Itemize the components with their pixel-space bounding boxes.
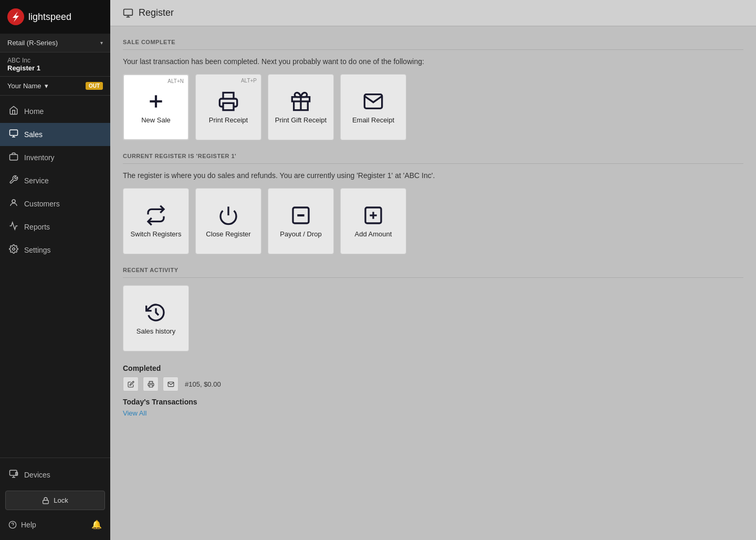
- bell-icon[interactable]: 🔔: [91, 520, 102, 529]
- register-name: Register 1: [7, 64, 103, 72]
- close-register-card[interactable]: Close Register: [195, 188, 261, 254]
- devices-icon: [8, 469, 19, 481]
- email-transaction-button[interactable]: [163, 377, 178, 391]
- transaction-info: #105, $0.00: [185, 380, 221, 388]
- svg-rect-9: [43, 500, 49, 503]
- sidebar-bottom: Devices Lock Help 🔔: [0, 458, 110, 540]
- sidebar-item-devices[interactable]: Devices: [0, 463, 110, 486]
- new-sale-label: New Sale: [141, 116, 171, 124]
- email-receipt-label: Email Receipt: [352, 116, 394, 124]
- help-label: Help: [21, 521, 36, 529]
- sidebar: lightspeed Retail (R-Series) ▾ ABC Inc R…: [0, 0, 110, 540]
- recent-activity-actions: Sales history: [123, 285, 743, 351]
- help-area: Help 🔔: [0, 514, 110, 535]
- lock-button[interactable]: Lock: [5, 491, 105, 510]
- email-txn-icon: [167, 381, 174, 388]
- svg-rect-26: [149, 385, 153, 387]
- history-icon: [145, 302, 166, 323]
- nav-menu: Home Sales Inventory: [0, 96, 110, 458]
- edit-icon: [128, 381, 134, 388]
- add-amount-card[interactable]: Add Amount: [340, 188, 406, 254]
- new-sale-shortcut: ALT+N: [167, 78, 184, 84]
- add-amount-label: Add Amount: [355, 230, 392, 238]
- user-name-text: Your Name: [7, 82, 41, 90]
- user-area: Your Name ▾ OUT: [0, 77, 110, 96]
- logo-area: lightspeed: [0, 0, 110, 34]
- current-register-actions: Switch Registers Close Register Payout /…: [123, 188, 743, 254]
- print-receipt-label: Print Receipt: [209, 116, 248, 124]
- lock-icon: [42, 497, 49, 504]
- sidebar-item-service[interactable]: Service: [0, 169, 110, 192]
- current-register-desc: The register is where you do sales and r…: [123, 171, 743, 180]
- sale-complete-header: SALE COMPLETE: [123, 39, 743, 50]
- edit-transaction-button[interactable]: [123, 377, 139, 391]
- sale-complete-desc: Your last transaction has been completed…: [123, 57, 743, 66]
- print-txn-icon: [148, 381, 154, 388]
- switch-registers-card[interactable]: Switch Registers: [123, 188, 189, 254]
- content-area: SALE COMPLETE Your last transaction has …: [110, 26, 756, 443]
- user-chevron-icon: ▾: [45, 82, 48, 90]
- print-receipt-card[interactable]: ALT+P Print Receipt: [195, 74, 261, 140]
- sidebar-item-home[interactable]: Home: [0, 100, 110, 123]
- lock-label: Lock: [54, 496, 68, 504]
- out-badge: OUT: [86, 82, 103, 90]
- settings-label: Settings: [24, 246, 51, 254]
- current-register-header: CURRENT REGISTER IS 'REGISTER 1': [123, 153, 743, 164]
- help-link[interactable]: Help: [8, 521, 36, 529]
- completed-section: Completed: [123, 364, 743, 418]
- plus-circle-icon: [363, 205, 384, 226]
- svg-rect-1: [10, 130, 18, 136]
- sales-history-label: Sales history: [136, 327, 175, 335]
- sales-label: Sales: [24, 130, 43, 139]
- today-transactions-label: Today's Transactions: [123, 398, 743, 406]
- sidebar-item-reports[interactable]: Reports: [0, 215, 110, 238]
- print-icon: [218, 91, 239, 112]
- svg-rect-17: [223, 103, 234, 110]
- store-selector[interactable]: Retail (R-Series) ▾: [0, 34, 110, 53]
- main-content: Register SALE COMPLETE Your last transac…: [110, 0, 756, 540]
- current-register-section: CURRENT REGISTER IS 'REGISTER 1' The reg…: [123, 153, 743, 254]
- sale-complete-actions: ALT+N New Sale ALT+P Print Receipt: [123, 74, 743, 140]
- print-transaction-button[interactable]: [143, 377, 159, 391]
- user-name[interactable]: Your Name ▾: [7, 82, 48, 90]
- switch-icon: [145, 205, 166, 226]
- plus-icon: [145, 91, 166, 112]
- view-all-link[interactable]: View All: [123, 409, 146, 417]
- gift-icon: [290, 91, 311, 112]
- print-gift-receipt-label: Print Gift Receipt: [275, 116, 327, 124]
- minus-icon: [290, 205, 311, 226]
- recent-activity-section: RECENT ACTIVITY Sales history: [123, 267, 743, 351]
- email-receipt-card[interactable]: Email Receipt: [340, 74, 406, 140]
- devices-label: Devices: [24, 471, 50, 479]
- company-name: ABC Inc: [7, 57, 103, 64]
- sale-complete-section: SALE COMPLETE Your last transaction has …: [123, 39, 743, 140]
- sidebar-item-sales[interactable]: Sales: [0, 123, 110, 146]
- new-sale-card[interactable]: ALT+N New Sale: [123, 74, 189, 140]
- print-gift-receipt-card[interactable]: Print Gift Receipt: [268, 74, 334, 140]
- register-icon: [123, 8, 133, 18]
- sales-history-card[interactable]: Sales history: [123, 285, 189, 351]
- sidebar-item-customers[interactable]: Customers: [0, 192, 110, 215]
- chevron-down-icon: ▾: [100, 40, 103, 46]
- sidebar-item-settings[interactable]: Settings: [0, 238, 110, 262]
- page-title: Register: [139, 7, 174, 18]
- lightspeed-logo-icon: [7, 8, 24, 25]
- settings-icon: [8, 244, 19, 256]
- logo-text: lightspeed: [28, 12, 71, 23]
- switch-registers-label: Switch Registers: [131, 230, 182, 238]
- sidebar-item-inventory[interactable]: Inventory: [0, 146, 110, 169]
- svg-rect-12: [124, 9, 133, 15]
- svg-point-5: [12, 200, 15, 203]
- reports-icon: [8, 221, 19, 233]
- completed-label: Completed: [123, 364, 743, 372]
- customers-label: Customers: [24, 200, 60, 208]
- inventory-label: Inventory: [24, 153, 55, 162]
- recent-activity-header: RECENT ACTIVITY: [123, 267, 743, 278]
- payout-drop-card[interactable]: Payout / Drop: [268, 188, 334, 254]
- sales-icon: [8, 129, 19, 140]
- help-icon: [8, 521, 17, 529]
- payout-drop-label: Payout / Drop: [280, 230, 322, 238]
- customers-icon: [8, 198, 19, 210]
- transaction-row: #105, $0.00: [123, 377, 743, 391]
- service-label: Service: [24, 176, 49, 185]
